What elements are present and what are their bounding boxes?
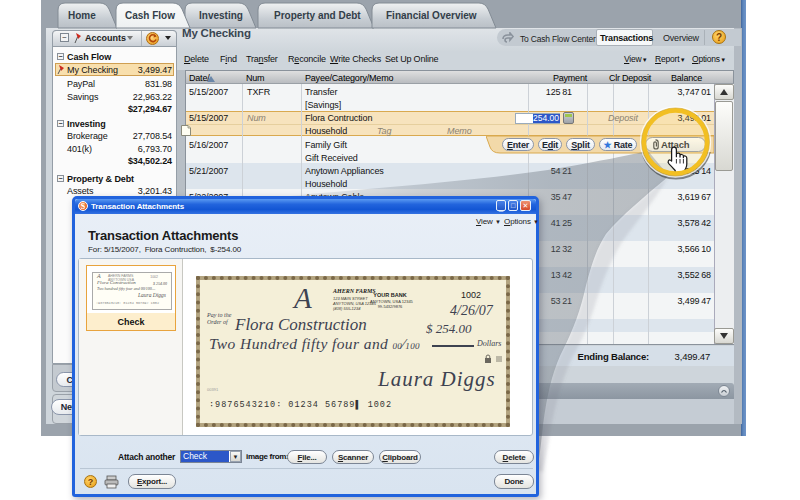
svg-text:Cash Flow: Cash Flow: [125, 10, 175, 21]
svg-text:Financial Overview: Financial Overview: [386, 10, 477, 21]
svg-text:Property and Debt: Property and Debt: [274, 10, 361, 21]
svg-text:Home: Home: [68, 10, 96, 21]
svg-text:Investing: Investing: [199, 10, 243, 21]
